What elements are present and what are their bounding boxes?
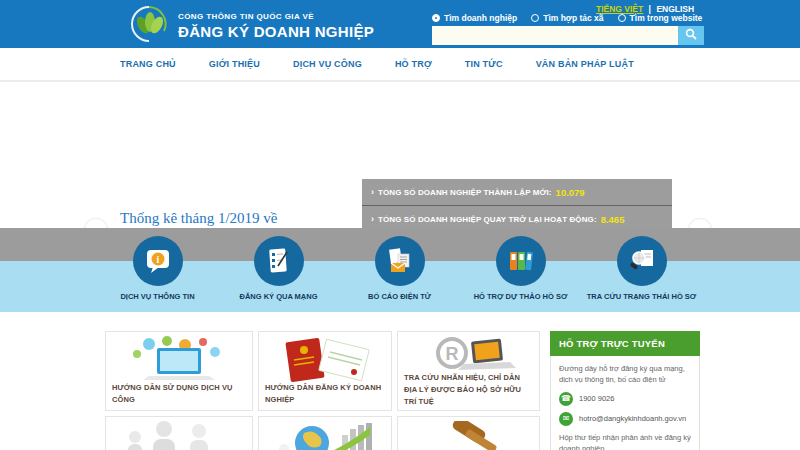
logo-subtitle: CỔNG THÔNG TIN QUỐC GIA VỀ xyxy=(178,12,374,21)
trademark-laptop-illustration: R xyxy=(404,336,533,372)
quick-services: i DỊCH VỤ THÔNG TIN ĐĂNG KÝ QUA MẠNG xyxy=(97,236,703,301)
stat-value: 10.079 xyxy=(556,187,585,198)
card-label: TRA CỨU NHÃN HIỆU, CHỈ DẪN ĐỊA LÝ ĐƯỢC B… xyxy=(404,372,533,408)
service-information[interactable]: i DỊCH VỤ THÔNG TIN xyxy=(97,236,218,301)
people-briefcase-illustration xyxy=(112,421,246,450)
online-support-panel: HỖ TRỢ TRỰC TUYẾN Đường dây hỗ trợ đăng … xyxy=(550,331,700,450)
card-public-service-guide[interactable]: HƯỚNG DẪN SỬ DỤNG DỊCH VỤ CÔNG xyxy=(105,331,253,411)
gavel-illustration xyxy=(404,421,533,450)
page: CỔNG THÔNG TIN QUỐC GIA VỀ ĐĂNG KÝ DOANH… xyxy=(0,0,800,450)
search-button[interactable] xyxy=(678,26,704,45)
service-e-announcement[interactable]: BỐ CÁO ĐIỆN TỬ xyxy=(339,236,460,301)
chevron-right-icon: › xyxy=(371,187,374,197)
main-nav: TRANG CHỦ GIỚI THIỆU DỊCH VỤ CÔNG HỖ TRỢ… xyxy=(0,48,800,82)
leaf-logo-icon xyxy=(128,3,170,49)
globe-growth-illustration xyxy=(265,421,385,450)
search-scope-cooperative[interactable]: Tìm hợp tác xã xyxy=(531,13,603,23)
radio-icon[interactable] xyxy=(432,14,440,22)
support-body: Đường dây hỗ trợ đăng ký qua mạng, dịch … xyxy=(550,356,700,450)
envelope-icon: ✉ xyxy=(559,412,573,426)
nav-item-public-services[interactable]: DỊCH VỤ CÔNG xyxy=(293,59,362,69)
laptop-bubbles-illustration xyxy=(112,336,246,382)
card-people-illustration[interactable] xyxy=(105,416,253,450)
checklist-icon xyxy=(254,236,304,286)
search-bar xyxy=(432,26,704,45)
service-label: BỐ CÁO ĐIỆN TỬ xyxy=(368,292,431,301)
card-trademark-lookup[interactable]: R TRA CỨU NHÃN HIỆU, CHỈ DẪN ĐỊA LÝ ĐƯỢC… xyxy=(397,331,540,411)
radio-label: Tìm doanh nghiệp xyxy=(444,13,517,23)
radio-icon[interactable] xyxy=(618,14,626,22)
search-scope-website[interactable]: Tìm trong website xyxy=(618,13,703,23)
card-label: HƯỚNG DẪN SỬ DỤNG DỊCH VỤ CÔNG xyxy=(112,382,246,406)
nav-item-legal-documents[interactable]: VĂN BẢN PHÁP LUẬT xyxy=(536,59,634,69)
card-globe-growth-illustration[interactable] xyxy=(258,416,392,450)
logo-text: CỔNG THÔNG TIN QUỐC GIA VỀ ĐĂNG KÝ DOANH… xyxy=(178,12,374,40)
binders-icon xyxy=(496,236,546,286)
magnifier-icon xyxy=(685,28,697,43)
logo-title: ĐĂNG KÝ DOANH NGHIỆP xyxy=(178,23,374,40)
stat-label: TỔNG SỐ DOANH NGHIỆP QUAY TRỞ LẠI HOẠT Đ… xyxy=(378,215,597,224)
search-scope-options: Tìm doanh nghiệp Tìm hợp tác xã Tìm tron… xyxy=(432,13,702,23)
magnifier-document-icon xyxy=(617,236,667,286)
header: CỔNG THÔNG TIN QUỐC GIA VỀ ĐĂNG KÝ DOANH… xyxy=(0,0,800,48)
stats-carousel: ‹ Thống kê tháng 1/2019 về › TỔNG SỐ DOA… xyxy=(0,84,800,220)
phone-icon: ☎ xyxy=(559,392,573,406)
hotline-row: ☎ 1900 9026 xyxy=(559,392,691,406)
radio-icon[interactable] xyxy=(531,14,539,22)
radio-label: Tìm hợp tác xã xyxy=(543,13,603,23)
service-label: TRA CỨU TRẠNG THÁI HỒ SƠ xyxy=(587,292,696,301)
service-draft-support[interactable]: HỖ TRỢ DỰ THẢO HỒ SƠ xyxy=(460,236,581,301)
hotline-number: 1900 9026 xyxy=(579,394,614,403)
svg-text:i: i xyxy=(156,254,159,265)
support-email-link[interactable]: hotro@dangkykinhdoanh.gov.vn xyxy=(579,414,686,423)
support-email-row: ✉ hotro@dangkykinhdoanh.gov.vn xyxy=(559,412,691,426)
chevron-right-icon: › xyxy=(371,214,374,224)
service-status-lookup[interactable]: TRA CỨU TRẠNG THÁI HỒ SƠ xyxy=(581,236,702,301)
search-scope-business[interactable]: Tìm doanh nghiệp xyxy=(432,13,517,23)
service-label: DỊCH VỤ THÔNG TIN xyxy=(120,292,194,301)
radio-label: Tìm trong website xyxy=(630,13,703,23)
nav-item-news[interactable]: TIN TỨC xyxy=(465,59,503,69)
red-certificate-illustration xyxy=(265,336,385,382)
card-gavel-illustration[interactable] xyxy=(397,416,540,450)
card-business-registration-guide[interactable]: HƯỚNG DẪN ĐĂNG KÝ DOANH NGHIỆP xyxy=(258,331,392,411)
stat-new-businesses[interactable]: › TỔNG SỐ DOANH NGHIỆP THÀNH LẬP MỚI: 10… xyxy=(362,179,672,206)
nav-item-home[interactable]: TRANG CHỦ xyxy=(120,59,176,69)
service-label: ĐĂNG KÝ QUA MẠNG xyxy=(239,292,317,301)
info-bubble-icon: i xyxy=(133,236,183,286)
search-input[interactable] xyxy=(432,26,678,45)
card-label: HƯỚNG DẪN ĐĂNG KÝ DOANH NGHIỆP xyxy=(265,382,385,406)
mailbox-description: Hộp thư tiếp nhận phản ánh về đăng ký do… xyxy=(559,432,691,450)
stat-label: TỔNG SỐ DOANH NGHIỆP THÀNH LẬP MỚI: xyxy=(378,188,552,197)
hotline-description: Đường dây hỗ trợ đăng ký qua mạng, dịch … xyxy=(559,363,691,386)
stat-value: 8.465 xyxy=(601,214,625,225)
stats-heading: Thống kê tháng 1/2019 về xyxy=(120,210,277,227)
documents-envelope-icon xyxy=(375,236,425,286)
nav-item-about[interactable]: GIỚI THIỆU xyxy=(209,59,260,69)
support-title: HỖ TRỢ TRỰC TUYẾN xyxy=(550,331,700,356)
service-online-registration[interactable]: ĐĂNG KÝ QUA MẠNG xyxy=(218,236,339,301)
nav-item-support[interactable]: HỖ TRỢ xyxy=(395,59,432,69)
site-logo[interactable]: CỔNG THÔNG TIN QUỐC GIA VỀ ĐĂNG KÝ DOANH… xyxy=(128,3,374,49)
svg-text:R: R xyxy=(445,344,458,364)
service-label: HỖ TRỢ DỰ THẢO HỒ SƠ xyxy=(474,292,568,301)
